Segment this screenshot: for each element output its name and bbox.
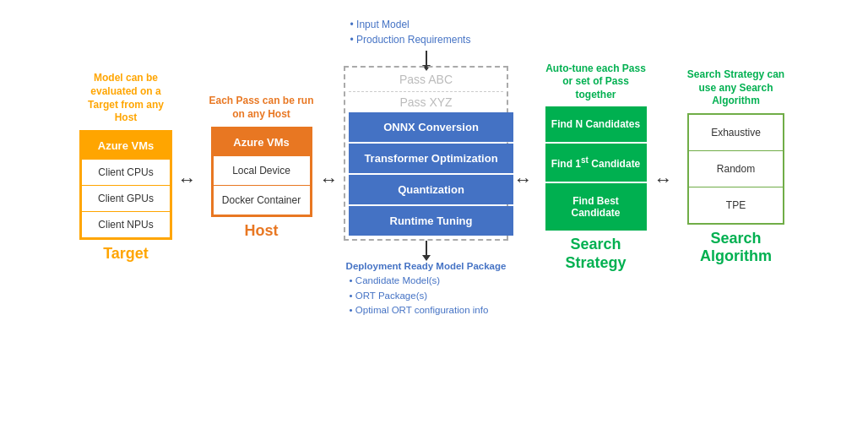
arrow-host-pipeline: ↔ — [320, 169, 339, 191]
pipeline-runtime: Runtime Tuning — [349, 206, 513, 236]
algorithm-label: Search Algorithm — [681, 230, 791, 266]
bottom-item-1: ORT Package(s) — [350, 289, 507, 303]
arrow-target-host: ↔ — [178, 169, 197, 191]
strategy-item-n: Find N Candidates — [545, 106, 647, 142]
pipeline-bottom-arrow — [426, 241, 427, 256]
algorithm-random: Random — [689, 151, 783, 187]
diagram: Model can be evaluated on a Target from … — [0, 0, 868, 440]
host-label: Host — [245, 222, 279, 240]
strategy-label: Search Strategy — [541, 236, 651, 272]
pipeline-column: Input Model Production Requirements Pass… — [342, 17, 511, 318]
target-item-gpu: Client GPUs — [82, 185, 170, 211]
pipeline-bottom-note: Deployment Ready Model Package Candidate… — [346, 259, 507, 318]
bottom-item-2: Optimal ORT configuration info — [350, 303, 507, 318]
host-header: Azure VMs — [214, 129, 310, 155]
target-item-cpu: Client CPUs — [82, 159, 170, 185]
target-label: Target — [103, 245, 149, 263]
host-box: Azure VMs Local Device Docker Container — [211, 127, 312, 217]
algorithm-exhaustive: Exhaustive — [689, 115, 783, 151]
target-box: Azure VMs Client CPUs Client GPUs Client… — [79, 130, 172, 240]
pipeline-onnx: ONNX Conversion — [349, 112, 513, 142]
pipeline-steps-box: ONNX Conversion Transformer Optimization… — [349, 112, 513, 236]
arrow-strategy-algorithm: ↔ — [654, 169, 673, 191]
strategy-column: Auto-tune each Pass or set of Pass toget… — [541, 62, 651, 273]
strategy-box: Find N Candidates Find 1st Candidate Fin… — [545, 106, 647, 231]
pipeline-quantization: Quantization — [349, 175, 513, 204]
pass-divider — [349, 91, 503, 92]
strategy-item-first: Find 1st Candidate — [545, 144, 647, 182]
host-item-docker: Docker Container — [214, 185, 310, 215]
strategy-item-best: Find Best Candidate — [545, 183, 647, 231]
top-note-item-1: Production Requirements — [350, 32, 471, 47]
algorithm-note: Search Strategy can use any Search Algor… — [681, 68, 791, 108]
pass-xyz-label: Pass XYZ — [349, 94, 503, 112]
passes-box: Pass ABC Pass XYZ ONNX Conversion Transf… — [344, 66, 508, 241]
host-note: Each Pass can be run on any Host — [207, 95, 317, 121]
algorithm-tpe: TPE — [689, 187, 783, 223]
arrow-pipeline-strategy: ↔ — [514, 169, 533, 191]
target-item-npu: Client NPUs — [82, 211, 170, 237]
pipeline-top-arrow — [426, 51, 427, 66]
target-note: Model can be evaluated on a Target from … — [78, 72, 175, 124]
pipeline-transformer: Transformer Optimization — [349, 144, 513, 173]
target-header: Azure VMs — [82, 133, 170, 159]
target-column: Model can be evaluated on a Target from … — [78, 72, 175, 262]
pipeline-top-note: Input Model Production Requirements — [350, 17, 471, 47]
bottom-item-0: Candidate Model(s) — [350, 274, 507, 288]
host-column: Each Pass can be run on any Host Azure V… — [207, 95, 317, 239]
pass-abc-label: Pass ABC — [349, 71, 503, 90]
top-note-item-0: Input Model — [350, 17, 471, 32]
bottom-title: Deployment Ready Model Package — [346, 259, 507, 274]
algorithm-box: Exhaustive Random TPE — [687, 113, 784, 225]
host-item-local: Local Device — [214, 155, 310, 185]
algorithm-column: Search Strategy can use any Search Algor… — [681, 68, 791, 266]
strategy-note: Auto-tune each Pass or set of Pass toget… — [541, 62, 651, 102]
